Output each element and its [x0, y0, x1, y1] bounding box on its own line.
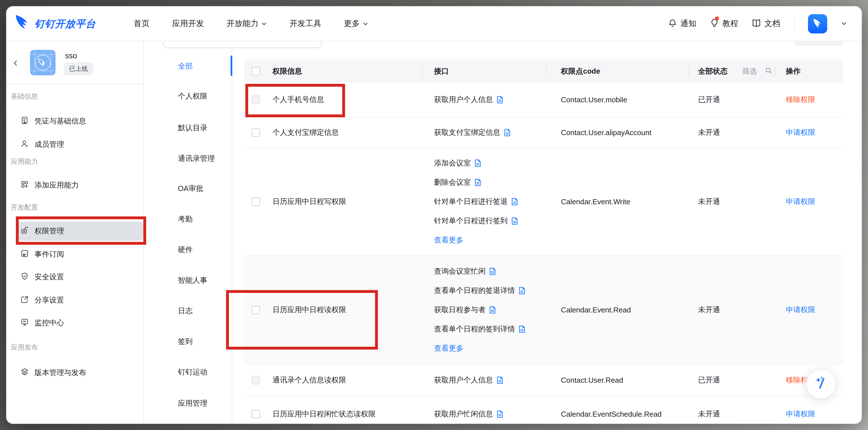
api-line: 获取用户个人信息 [434, 95, 503, 105]
category-tab-日志[interactable]: 日志 [178, 305, 193, 317]
apply-permission-link[interactable]: 申请权限 [786, 127, 815, 138]
tutorial-label: 教程 [722, 19, 738, 29]
category-tab-个人权限[interactable]: 个人权限 [178, 91, 207, 102]
api-line: 获取用户忙闲信息 [434, 409, 503, 419]
api-line: 查看单个日程的签到详情 [434, 319, 525, 338]
permission-name-cell: 日历应用中日程闲忙状态读权限 [273, 409, 376, 419]
user-avatar[interactable] [808, 14, 827, 33]
api-doc-icon[interactable] [496, 410, 503, 418]
status-cell: 未开通 [698, 305, 720, 315]
nav-item-1[interactable]: 首页 [134, 19, 150, 29]
view-more-link[interactable]: 查看更多 [434, 235, 463, 245]
filter-search-icon[interactable] [765, 67, 772, 75]
status-filter-dropdown[interactable]: 全部状态 [698, 66, 727, 76]
category-tab-默认目录[interactable]: 默认目录 [178, 122, 207, 134]
tutorial-badge-dot [715, 16, 719, 20]
book-icon [752, 19, 761, 29]
dingtalk-wing-icon [14, 14, 31, 33]
api-line: 针对单个日程进行签到 [434, 211, 518, 231]
app-name: sso [65, 52, 77, 60]
category-tab-OA审批[interactable]: OA审批 [178, 183, 204, 194]
api-list: 获取用户个人信息 [434, 375, 503, 385]
monitor-icon [21, 318, 29, 328]
select-all-checkbox[interactable] [252, 67, 260, 75]
sidebar-item-事件订阅[interactable]: 事件订阅 [17, 245, 144, 264]
nav-item-2[interactable]: 应用开发 [172, 19, 204, 29]
category-tab-通讯录管理[interactable]: 通讯录管理 [178, 153, 215, 164]
nav-item-4[interactable]: 开发工具 [289, 19, 321, 29]
api-doc-icon[interactable] [519, 286, 525, 294]
row-checkbox[interactable] [252, 128, 260, 137]
row-checkbox[interactable] [252, 197, 260, 206]
nav-item-label: 开发工具 [289, 19, 321, 29]
sidebar-item-凭证与基础信息[interactable]: 凭证与基础信息 [17, 112, 144, 131]
sidebar-section-label: 应用发布 [11, 343, 38, 352]
logo-text: 钉钉开放平台 [35, 17, 96, 31]
credential-icon [21, 116, 29, 126]
api-list: 查询会议室忙闲查看单个日程的签退详情获取日程参与者查看单个日程的签到详情查看更多 [434, 262, 525, 358]
api-doc-icon[interactable] [474, 179, 481, 186]
sidebar-item-成员管理[interactable]: 成员管理 [17, 135, 144, 154]
view-more-link[interactable]: 查看更多 [434, 343, 463, 353]
api-doc-icon[interactable] [511, 198, 518, 206]
docs-link[interactable]: 文档 [752, 19, 780, 29]
nav-item-label: 更多 [344, 19, 360, 29]
table-row-通讯录个人信息读权限: 通讯录个人信息读权限获取用户个人信息Contact.User.Read已开通移除… [244, 364, 843, 397]
col-header-action: 操作 [786, 66, 801, 76]
api-doc-icon[interactable] [496, 96, 503, 104]
apply-permission-link[interactable]: 申请权限 [786, 196, 815, 207]
row-checkbox[interactable] [252, 95, 260, 104]
row-checkbox[interactable] [252, 410, 260, 419]
sidebar-section-label: 应用能力 [11, 157, 38, 166]
view-more-line: 查看更多 [434, 338, 525, 358]
nav-item-3[interactable]: 开放能力 [227, 19, 267, 29]
api-doc-icon[interactable] [519, 325, 525, 333]
api-doc-icon[interactable] [474, 159, 481, 167]
filter-label[interactable]: 筛选 [742, 66, 757, 76]
ai-assistant-button[interactable] [807, 370, 835, 398]
api-doc-icon[interactable] [496, 376, 503, 384]
sidebar-item-安全设置[interactable]: 安全设置 [17, 268, 144, 287]
nav-item-label: 开放能力 [227, 19, 258, 29]
api-label: 查询会议室忙闲 [434, 266, 486, 276]
row-checkbox[interactable] [252, 305, 260, 314]
category-tab-考勤[interactable]: 考勤 [178, 214, 193, 225]
sidebar-item-版本管理与发布[interactable]: 版本管理与发布 [17, 363, 144, 382]
tutorial-link[interactable]: 教程 [710, 19, 738, 29]
category-tab-签到[interactable]: 签到 [178, 336, 193, 347]
api-doc-icon[interactable] [504, 129, 510, 136]
row-checkbox[interactable] [252, 376, 260, 385]
api-doc-icon[interactable] [489, 267, 496, 275]
sidebar-collapse-icon[interactable] [12, 59, 19, 69]
category-tab-应用管理[interactable]: 应用管理 [178, 398, 207, 409]
status-cell: 未开通 [698, 127, 720, 138]
navbar-divider [794, 18, 794, 29]
sidebar-item-分享设置[interactable]: 分享设置 [17, 290, 144, 310]
apply-permission-link[interactable]: 申请权限 [786, 305, 815, 315]
category-tab-智能人事[interactable]: 智能人事 [178, 275, 207, 286]
sidebar-item-label: 版本管理与发布 [35, 368, 86, 378]
category-tab-全部[interactable]: 全部 [178, 61, 193, 72]
permission-table-body: 个人手机号信息获取用户个人信息Contact.User.mobile已开通移除权… [244, 83, 843, 424]
api-doc-icon[interactable] [511, 217, 518, 225]
sidebar-item-权限管理[interactable]: 权限管理 [17, 221, 144, 241]
account-chevron-down-icon[interactable] [841, 19, 847, 29]
dingtalk-logo[interactable]: 钉钉开放平台 [14, 6, 96, 41]
event-subscribe-icon [21, 249, 29, 259]
category-tab-硬件[interactable]: 硬件 [178, 244, 193, 255]
category-tab-钉钉运动[interactable]: 钉钉运动 [178, 367, 207, 378]
api-label: 获取用户个人信息 [434, 95, 493, 105]
app-logo [30, 50, 56, 75]
notifications-link[interactable]: 通知 [668, 19, 696, 29]
permission-name-cell: 日历应用中日程写权限 [273, 196, 346, 207]
nav-item-5[interactable]: 更多 [344, 19, 368, 29]
api-doc-icon[interactable] [489, 306, 496, 314]
sidebar-item-监控中心[interactable]: 监控中心 [17, 313, 144, 333]
remove-permission-link[interactable]: 移除权限 [786, 95, 815, 105]
api-label: 针对单个日程进行签退 [434, 196, 508, 207]
sidebar-item-添加应用能力[interactable]: 添加应用能力 [17, 176, 144, 195]
chevron-down-icon [363, 19, 368, 28]
screen: 钉钉开放平台 首页应用开发开放能力开发工具更多 通知 教程 文档 [0, 0, 868, 430]
sidebar-item-label: 安全设置 [35, 272, 64, 282]
apply-permission-link[interactable]: 申请权限 [786, 409, 815, 419]
